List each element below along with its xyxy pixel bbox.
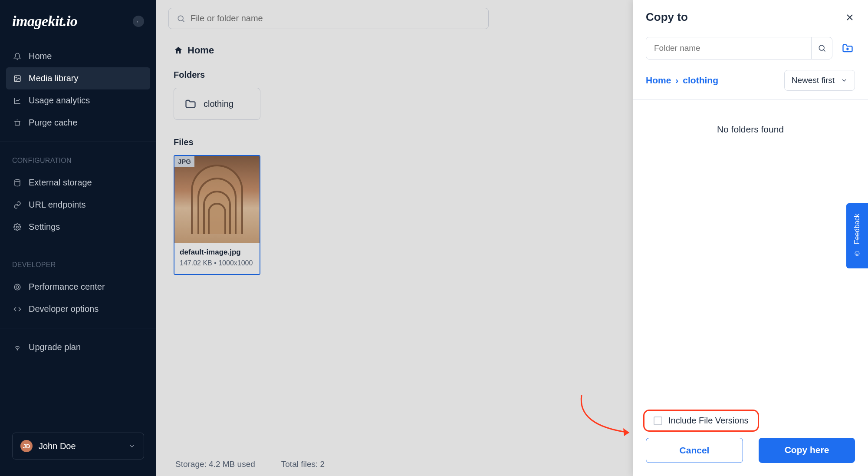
user-name: John Doe	[39, 441, 122, 451]
close-button[interactable]	[845, 12, 855, 23]
sidebar-item-purge-cache[interactable]: Purge cache	[6, 112, 150, 134]
include-file-versions-checkbox[interactable]: Include File Versions	[646, 411, 756, 430]
sort-select[interactable]: Newest first	[784, 70, 855, 91]
breadcrumb-home[interactable]: Home	[187, 45, 214, 56]
panel-title: Copy to	[646, 10, 688, 24]
wifi-icon	[13, 344, 22, 351]
file-thumbnail: JPG	[174, 156, 260, 243]
copy-to-panel: Copy to Home › clothing Newest first	[633, 0, 868, 476]
sidebar-item-label: Usage analytics	[29, 96, 90, 106]
empty-state-text: No folders found	[717, 124, 784, 135]
sidebar-item-home[interactable]: Home	[6, 45, 150, 67]
user-menu[interactable]: JD John Doe	[12, 433, 144, 459]
sidebar-item-upgrade-plan[interactable]: Upgrade plan	[6, 336, 150, 358]
sidebar-item-external-storage[interactable]: External storage	[6, 172, 150, 194]
svg-point-7	[17, 349, 18, 350]
svg-point-4	[16, 226, 19, 228]
new-folder-button[interactable]	[840, 42, 855, 55]
feedback-tab[interactable]: Feedback ☺	[846, 203, 868, 268]
section-label-configuration: CONFIGURATION	[0, 146, 156, 168]
sidebar-item-label: Settings	[29, 222, 60, 232]
include-label: Include File Versions	[668, 416, 749, 426]
sidebar-item-performance-center[interactable]: Performance center	[6, 276, 150, 298]
storage-used: Storage: 4.2 MB used	[175, 459, 255, 469]
sidebar-item-label: Purge cache	[29, 118, 77, 128]
sidebar-item-label: Media library	[29, 73, 78, 83]
svg-point-1	[16, 77, 16, 78]
file-size-dimensions: 147.02 KB • 1000x1000	[180, 259, 254, 267]
feedback-label: Feedback	[853, 214, 861, 244]
chevron-down-icon	[128, 442, 136, 450]
svg-rect-2	[15, 121, 20, 125]
section-label-developer: DEVELOPER	[0, 251, 156, 272]
sidebar-item-label: Home	[29, 51, 52, 61]
sidebar-item-label: Performance center	[29, 282, 105, 292]
avatar: JD	[20, 440, 33, 452]
search-box[interactable]	[168, 8, 489, 29]
sidebar-item-label: Upgrade plan	[29, 342, 81, 352]
target-icon	[13, 283, 22, 291]
brand-logo: imagekit.io	[12, 13, 77, 30]
svg-point-8	[178, 16, 183, 21]
file-name: default-image.jpg	[180, 248, 254, 257]
sidebar: imagekit.io ← Home Media library Usage a…	[0, 0, 156, 476]
image-icon	[13, 75, 22, 83]
chevron-down-icon	[841, 77, 848, 84]
arrow-left-icon: ←	[136, 18, 141, 25]
sidebar-item-media-library[interactable]: Media library	[6, 67, 150, 89]
search-icon	[177, 14, 185, 23]
svg-point-5	[14, 284, 20, 290]
sidebar-item-url-endpoints[interactable]: URL endpoints	[6, 194, 150, 216]
sidebar-item-settings[interactable]: Settings	[6, 216, 150, 238]
folder-card[interactable]: clothing	[174, 88, 260, 120]
folder-search-input[interactable]	[646, 37, 811, 59]
panel-breadcrumb: Home › clothing	[646, 75, 718, 86]
chart-icon	[13, 97, 22, 105]
gear-icon	[13, 223, 22, 231]
folder-search-submit[interactable]	[811, 37, 832, 59]
sidebar-item-label: Developer options	[29, 304, 99, 314]
bell-icon	[13, 53, 22, 60]
cancel-button[interactable]: Cancel	[646, 438, 743, 463]
folder-name: clothing	[204, 99, 233, 109]
file-card[interactable]: JPG default-image.jpg 147.02 KB • 1000x1…	[174, 155, 260, 275]
search-input[interactable]	[191, 13, 480, 23]
svg-point-10	[819, 45, 824, 50]
link-icon	[13, 201, 22, 209]
smile-icon: ☺	[853, 249, 861, 258]
checkbox-icon	[654, 416, 662, 425]
folder-icon	[184, 98, 197, 110]
sidebar-item-label: URL endpoints	[29, 200, 86, 210]
code-icon	[13, 305, 22, 313]
svg-point-6	[16, 286, 19, 288]
svg-point-3	[15, 179, 20, 182]
panel-crumb-home[interactable]: Home	[646, 75, 671, 86]
sidebar-item-label: External storage	[29, 178, 92, 188]
trash-icon	[13, 119, 22, 127]
sort-label: Newest first	[792, 76, 835, 85]
sidebar-item-developer-options[interactable]: Developer options	[6, 298, 150, 320]
home-icon	[174, 46, 183, 55]
folder-search-box[interactable]	[646, 37, 832, 60]
sidebar-item-usage-analytics[interactable]: Usage analytics	[6, 89, 150, 112]
copy-here-button[interactable]: Copy here	[759, 438, 855, 463]
panel-crumb-current[interactable]: clothing	[683, 75, 718, 86]
database-icon	[13, 179, 22, 187]
total-files: Total files: 2	[281, 459, 325, 469]
panel-body: No folders found	[633, 100, 868, 403]
chevron-right-icon: ›	[675, 75, 678, 86]
sidebar-collapse-button[interactable]: ←	[133, 16, 144, 27]
